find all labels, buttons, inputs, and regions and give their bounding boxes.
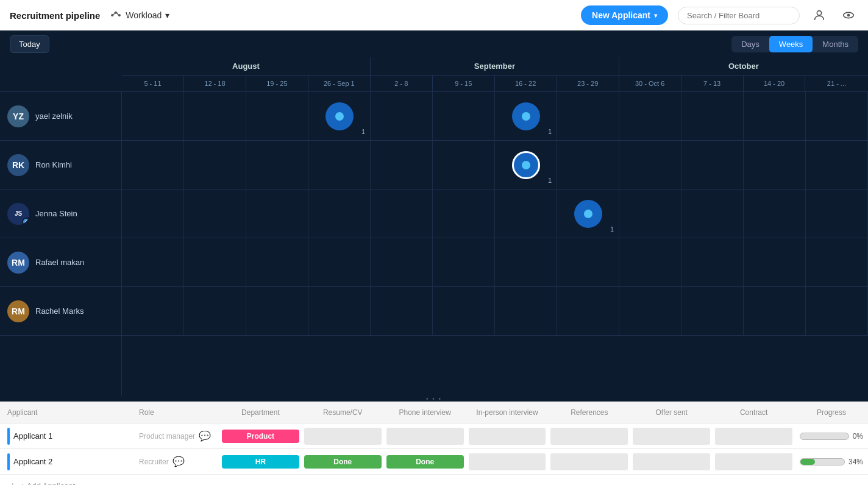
gantt-cell: [744, 92, 806, 140]
dept-badge: HR: [222, 455, 299, 469]
gantt-cell: [806, 189, 868, 238]
table-header: Applicant Role Department Resume/CV Phon…: [0, 402, 868, 423]
gantt-cell: [371, 92, 433, 140]
workload-icon: [110, 9, 122, 21]
tab-days[interactable]: Days: [731, 36, 769, 52]
th-references: References: [548, 408, 630, 417]
new-applicant-button[interactable]: New Applicant ▾: [581, 5, 668, 25]
progress-bar-fill: [800, 459, 815, 465]
add-applicant-button[interactable]: + + Add Applicant: [0, 475, 868, 485]
event-dot: [584, 210, 592, 218]
gantt-row-rachel: [122, 287, 868, 336]
list-item: JS ✓ Jenna Stein: [0, 189, 121, 238]
th-contract: Contract: [713, 408, 795, 417]
week-cell: 30 - Oct 6: [619, 76, 681, 91]
gantt-cell: [371, 287, 433, 335]
gantt-cell: [433, 189, 495, 238]
gantt-cell: [681, 287, 744, 335]
user-icon: [813, 9, 826, 22]
gantt-cell: [246, 189, 308, 238]
bottom-table: Applicant Role Department Resume/CV Phon…: [0, 402, 868, 485]
gantt-cell: 1: [495, 92, 557, 140]
gantt-event[interactable]: [574, 200, 602, 228]
eye-button[interactable]: [839, 5, 858, 25]
svg-point-0: [111, 14, 113, 16]
th-offer: Offer sent: [630, 408, 713, 417]
td-phone-2: Done: [384, 455, 466, 469]
td-inperson-2: [466, 453, 549, 470]
tab-weeks[interactable]: Weeks: [769, 36, 813, 52]
td-phone-1: [384, 428, 466, 445]
gantt-cell: [806, 287, 868, 335]
gantt-cell: [122, 141, 184, 189]
gantt-cell: [122, 238, 184, 286]
gantt-cell: [246, 92, 308, 140]
gantt-cell: [184, 141, 246, 189]
list-item: RM Rafael makan: [0, 238, 121, 287]
gantt-cell: [122, 287, 184, 335]
chevron-down-icon: ▾: [654, 12, 657, 19]
gantt-cell: [619, 92, 681, 140]
gantt-cell: [371, 141, 433, 189]
week-cell: 21 - ...: [805, 76, 867, 91]
gantt-event[interactable]: [512, 102, 540, 130]
td-applicant-1: Applicant 1: [0, 428, 134, 445]
applicant-name: Applicant 1: [13, 431, 52, 441]
chat-icon[interactable]: 💬: [199, 430, 211, 442]
gantt-row-yael: 1 1: [122, 92, 868, 141]
svg-point-1: [115, 12, 117, 14]
gantt-cell: [184, 238, 246, 286]
search-input[interactable]: [678, 7, 800, 24]
today-button[interactable]: Today: [10, 35, 49, 53]
person-name: Jenna Stein: [35, 209, 77, 218]
gantt-cell: 1: [495, 141, 557, 189]
th-department: Department: [219, 408, 302, 417]
app-title: Recruitment pipeline: [10, 10, 100, 21]
gantt-cell: [806, 238, 868, 286]
td-applicant-2: Applicant 2: [0, 453, 134, 470]
td-progress-2: 34%: [795, 458, 868, 466]
gantt-cell: [744, 189, 806, 238]
person-name: Rafael makan: [35, 258, 84, 267]
gantt-cell: [246, 287, 308, 335]
gantt-event[interactable]: [512, 151, 540, 179]
month-september: September: [371, 57, 619, 75]
event-count: 1: [548, 177, 552, 184]
gantt-toolbar: Today Days Weeks Months: [0, 30, 868, 57]
phone-badge: Done: [386, 455, 464, 469]
week-cell: 19 - 25: [246, 76, 308, 91]
tab-months[interactable]: Months: [813, 36, 858, 52]
td-resume-1: [302, 428, 384, 445]
person-name: Ron Kimhi: [35, 160, 72, 169]
applicant-name: Applicant 2: [13, 457, 52, 466]
svg-point-2: [118, 14, 121, 16]
chat-icon[interactable]: 💬: [173, 456, 185, 467]
gantt-cell: [308, 189, 371, 238]
svg-point-5: [817, 11, 821, 15]
workload-label: Workload: [126, 10, 162, 20]
view-tabs: Days Weeks Months: [731, 36, 858, 52]
td-department-2: HR: [219, 455, 302, 469]
month-row: August September October: [122, 57, 868, 76]
gantt-cell: 1: [557, 189, 619, 238]
td-role-1: Product manager 💬: [134, 430, 219, 442]
week-cell: 14 - 20: [744, 76, 806, 91]
week-cell: 7 - 13: [681, 76, 744, 91]
gantt-cell: [495, 238, 557, 286]
user-profile-button[interactable]: [809, 5, 829, 25]
top-navigation: Recruitment pipeline Workload ▾ New Appl…: [0, 0, 868, 30]
gantt-cell: [681, 141, 744, 189]
gantt-cell: [557, 287, 619, 335]
month-october: October: [619, 57, 868, 75]
divider-handle[interactable]: • • •: [0, 395, 868, 402]
workload-button[interactable]: Workload ▾: [110, 9, 169, 21]
role-name: Recruiter: [139, 458, 169, 466]
td-inperson-1: [466, 428, 549, 445]
th-applicant: Applicant: [0, 408, 134, 417]
gantt-chart-area: August September October 5 - 11 12 - 18 …: [0, 57, 868, 395]
event-count: 1: [548, 128, 552, 135]
gantt-cell: [495, 189, 557, 238]
row-indicator: [7, 453, 10, 470]
gantt-event[interactable]: [326, 102, 354, 130]
gantt-rows: YZ yael zelnik RK Ron Kimhi JS ✓ Jenna S…: [0, 92, 868, 395]
